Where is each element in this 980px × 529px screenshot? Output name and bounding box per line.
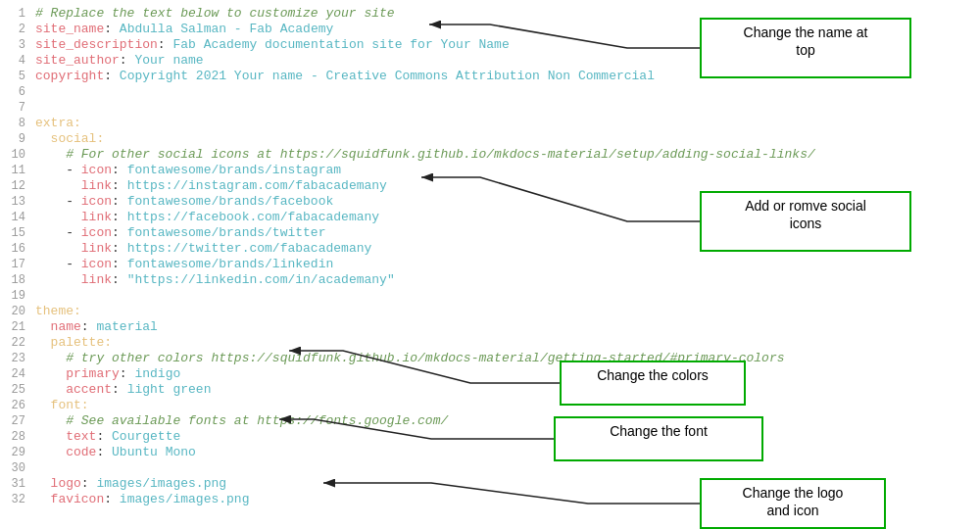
code-line-18: 18 link: "https://linkedin.com/in/academ… xyxy=(0,272,647,288)
line-number: 28 xyxy=(0,429,35,445)
line-content: accent: light green xyxy=(35,382,647,398)
code-line-24: 24 primary: indigo xyxy=(0,366,647,382)
line-content: name: material xyxy=(35,319,647,335)
line-content: - icon: fontawesome/brands/instagram xyxy=(35,163,647,178)
code-line-31: 31 logo: images/images.png xyxy=(0,476,647,492)
line-content: font: xyxy=(35,398,647,413)
code-line-4: 4site_author: Your name xyxy=(0,53,647,69)
line-content: site_name: Abdulla Salman - Fab Academy xyxy=(35,22,647,37)
line-number: 8 xyxy=(0,116,35,131)
code-line-12: 12 link: https://instagram.com/fabacadem… xyxy=(0,178,647,194)
line-content: - icon: fontawesome/brands/linkedin xyxy=(35,257,647,272)
line-number: 32 xyxy=(0,492,35,507)
annotation-social: Add or romve socialicons xyxy=(700,191,911,252)
line-content: - icon: fontawesome/brands/facebook xyxy=(35,194,647,210)
line-number: 7 xyxy=(0,100,35,116)
line-number: 26 xyxy=(0,398,35,413)
code-line-16: 16 link: https://twitter.com/fabacademan… xyxy=(0,241,647,257)
line-number: 25 xyxy=(0,382,35,398)
line-number: 5 xyxy=(0,69,35,84)
code-line-22: 22 palette: xyxy=(0,335,647,351)
code-line-27: 27 # See available fonts at https://font… xyxy=(0,413,647,429)
code-line-13: 13 - icon: fontawesome/brands/facebook xyxy=(0,194,647,210)
annotation-colors: Change the colors xyxy=(560,361,746,406)
code-line-15: 15 - icon: fontawesome/brands/twitter xyxy=(0,225,647,241)
line-content: palette: xyxy=(35,335,647,351)
code-line-19: 19 xyxy=(0,288,647,304)
line-number: 17 xyxy=(0,257,35,272)
line-number: 3 xyxy=(0,37,35,53)
line-content: # For other social icons at https://squi… xyxy=(35,147,815,163)
code-line-11: 11 - icon: fontawesome/brands/instagram xyxy=(0,163,647,178)
code-line-10: 10 # For other social icons at https://s… xyxy=(0,147,647,163)
code-line-7: 7 xyxy=(0,100,647,116)
code-line-3: 3site_description: Fab Academy documenta… xyxy=(0,37,647,53)
line-number: 6 xyxy=(0,84,35,100)
code-line-8: 8extra: xyxy=(0,116,647,131)
annotation-logo: Change the logoand icon xyxy=(700,478,886,529)
line-number: 13 xyxy=(0,194,35,210)
line-content: site_author: Your name xyxy=(35,53,647,69)
line-content: link: https://facebook.com/fabacademany xyxy=(35,210,647,225)
line-number: 27 xyxy=(0,413,35,429)
code-line-17: 17 - icon: fontawesome/brands/linkedin xyxy=(0,257,647,272)
line-content: link: "https://linkedin.com/in/academany… xyxy=(35,272,647,288)
line-content: primary: indigo xyxy=(35,366,647,382)
line-number: 21 xyxy=(0,319,35,335)
annotation-name: Change the name attop xyxy=(700,18,911,78)
line-content: theme: xyxy=(35,304,647,319)
line-content: copyright: Copyright 2021 Your name - Cr… xyxy=(35,69,655,84)
code-line-21: 21 name: material xyxy=(0,319,647,335)
line-number: 2 xyxy=(0,22,35,37)
code-line-26: 26 font: xyxy=(0,398,647,413)
code-line-2: 2site_name: Abdulla Salman - Fab Academy xyxy=(0,22,647,37)
code-line-23: 23 # try other colors https://squidfunk.… xyxy=(0,351,647,366)
code-line-30: 30 xyxy=(0,460,647,476)
code-editor: 1# Replace the text below to customize y… xyxy=(0,0,647,529)
line-number: 9 xyxy=(0,131,35,147)
line-content: extra: xyxy=(35,116,647,131)
line-content: favicon: images/images.png xyxy=(35,492,647,507)
code-line-25: 25 accent: light green xyxy=(0,382,647,398)
line-number: 24 xyxy=(0,366,35,382)
line-number: 30 xyxy=(0,460,35,476)
code-line-5: 5copyright: Copyright 2021 Your name - C… xyxy=(0,69,647,84)
line-number: 23 xyxy=(0,351,35,366)
line-content: site_description: Fab Academy documentat… xyxy=(35,37,647,53)
line-number: 19 xyxy=(0,288,35,304)
annotation-font: Change the font xyxy=(554,416,763,461)
line-number: 1 xyxy=(0,6,35,22)
line-number: 18 xyxy=(0,272,35,288)
code-line-1: 1# Replace the text below to customize y… xyxy=(0,6,647,22)
line-content: - icon: fontawesome/brands/twitter xyxy=(35,225,647,241)
line-content: link: https://twitter.com/fabacademany xyxy=(35,241,647,257)
code-line-6: 6 xyxy=(0,84,647,100)
code-line-20: 20theme: xyxy=(0,304,647,319)
line-number: 14 xyxy=(0,210,35,225)
line-number: 15 xyxy=(0,225,35,241)
code-line-28: 28 text: Courgette xyxy=(0,429,647,445)
code-line-14: 14 link: https://facebook.com/fabacadema… xyxy=(0,210,647,225)
line-content: link: https://instagram.com/fabacademany xyxy=(35,178,647,194)
line-number: 16 xyxy=(0,241,35,257)
code-line-29: 29 code: Ubuntu Mono xyxy=(0,445,647,460)
line-number: 12 xyxy=(0,178,35,194)
line-number: 29 xyxy=(0,445,35,460)
line-content: # Replace the text below to customize yo… xyxy=(35,6,647,22)
code-line-32: 32 favicon: images/images.png xyxy=(0,492,647,507)
line-number: 4 xyxy=(0,53,35,69)
line-number: 31 xyxy=(0,476,35,492)
code-line-9: 9 social: xyxy=(0,131,647,147)
line-content: social: xyxy=(35,131,647,147)
line-number: 10 xyxy=(0,147,35,163)
line-number: 11 xyxy=(0,163,35,178)
line-number: 20 xyxy=(0,304,35,319)
line-number: 22 xyxy=(0,335,35,351)
line-content: logo: images/images.png xyxy=(35,476,647,492)
